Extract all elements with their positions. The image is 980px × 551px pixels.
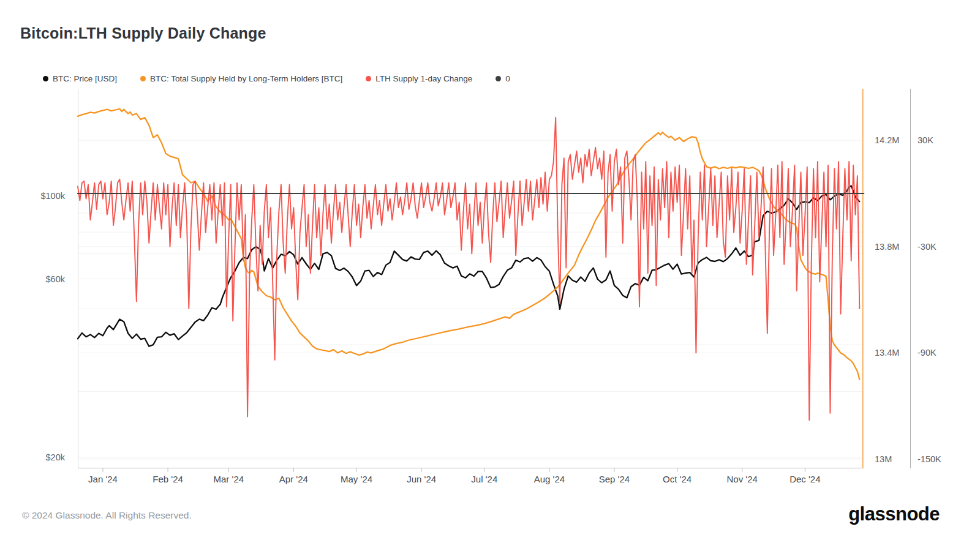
change-tick-label: 30K <box>918 135 933 145</box>
legend-label: 0 <box>505 74 510 83</box>
change-tick-label: -90K <box>918 348 937 358</box>
right-axis-separator <box>910 89 911 468</box>
legend-item-zero[interactable]: 0 <box>496 74 510 83</box>
series-lth-supply-1-day-change <box>78 118 859 421</box>
chart-plot-area[interactable] <box>78 89 864 468</box>
supply-tick-label: 13M <box>875 454 892 464</box>
chart-legend: BTC: Price [USD] BTC: Total Supply Held … <box>43 74 510 83</box>
x-axis-label: Aug '24 <box>534 474 565 484</box>
price-tick-label: $20k <box>24 452 65 462</box>
change-tick-label: -150K <box>918 454 941 464</box>
legend-dot-icon <box>43 76 48 81</box>
x-axis-label: Mar '24 <box>214 474 244 484</box>
legend-item-lth-1day-change[interactable]: LTH Supply 1-day Change <box>366 74 472 83</box>
x-axis-label: Jan '24 <box>88 474 118 484</box>
legend-item-btc-price[interactable]: BTC: Price [USD] <box>43 74 117 83</box>
legend-dot-icon <box>366 76 371 81</box>
price-tick-label: $100k <box>24 191 65 201</box>
x-axis-label: Nov '24 <box>727 474 758 484</box>
legend-label: LTH Supply 1-day Change <box>375 74 472 83</box>
chart-canvas[interactable] <box>78 89 864 468</box>
x-axis-label: Feb '24 <box>153 474 183 484</box>
supply-tick-label: 14.2M <box>875 135 899 145</box>
legend-item-lth-total-supply[interactable]: BTC: Total Supply Held by Long-Term Hold… <box>140 74 342 83</box>
x-axis-label: Oct '24 <box>663 474 692 484</box>
series-btc-total-supply-held-by-long-term-holders-btc <box>78 109 859 380</box>
x-axis-label: Jun '24 <box>407 474 436 484</box>
legend-dot-icon <box>496 76 501 81</box>
legend-label: BTC: Price [USD] <box>53 74 117 83</box>
supply-tick-label: 13.4M <box>875 348 899 358</box>
x-axis-label: Jul '24 <box>471 474 497 484</box>
legend-label: BTC: Total Supply Held by Long-Term Hold… <box>150 74 342 83</box>
copyright-text: © 2024 Glassnode. All Rights Reserved. <box>22 510 192 521</box>
x-axis-label: Sep '24 <box>599 474 630 484</box>
page-title: Bitcoin:LTH Supply Daily Change <box>20 24 266 42</box>
supply-tick-label: 13.8M <box>875 242 899 252</box>
x-axis-label: Apr '24 <box>279 474 308 484</box>
glassnode-logo: glassnode <box>848 503 940 525</box>
change-tick-label: -30K <box>918 242 937 252</box>
glassnode-chart-page: Bitcoin:LTH Supply Daily Change BTC: Pri… <box>0 0 980 551</box>
legend-dot-icon <box>140 76 146 81</box>
x-axis-label: Dec '24 <box>790 474 820 484</box>
x-axis-label: May '24 <box>341 474 372 484</box>
price-tick-label: $60k <box>24 274 65 284</box>
